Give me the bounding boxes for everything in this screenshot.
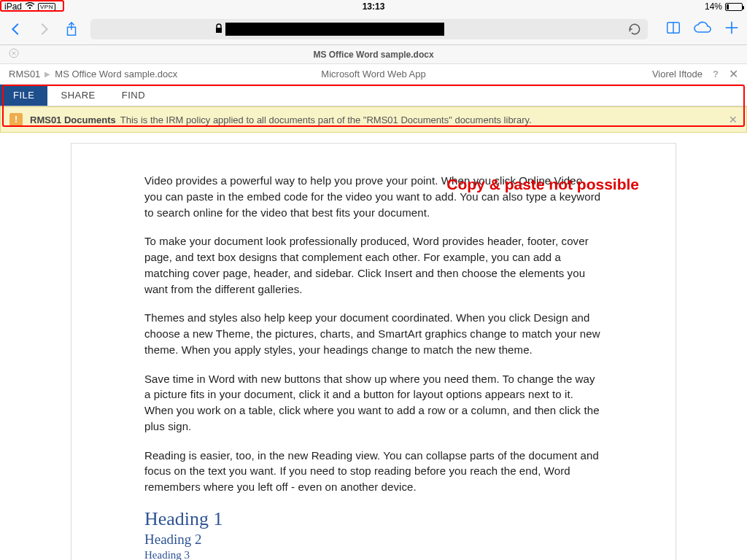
document-viewport[interactable]: Copy & paste not possible Video provides… — [0, 133, 747, 560]
svg-point-0 — [29, 7, 31, 9]
breadcrumb-file[interactable]: MS Office Word sample.docx — [55, 69, 177, 79]
tab-bar: MS Office Word sample.docx — [0, 45, 747, 64]
banner-close-button[interactable]: ✕ — [729, 114, 738, 125]
redacted-url — [225, 23, 444, 36]
back-button[interactable] — [7, 20, 25, 38]
device-label: iPad — [4, 1, 22, 12]
safari-toolbar — [0, 13, 747, 45]
paragraph: Save time in Word with new buttons that … — [144, 371, 603, 435]
battery-icon — [725, 3, 743, 11]
ribbon-banner-group: FILE SHARE FIND ! RMS01 Documents This i… — [0, 85, 747, 133]
app-name: Microsoft Word Web App — [321, 69, 425, 79]
tab-title: MS Office Word sample.docx — [313, 50, 433, 60]
paragraph: To make your document look professionall… — [144, 233, 603, 297]
ribbon-tab-share[interactable]: SHARE — [47, 85, 108, 106]
svg-rect-3 — [216, 28, 222, 33]
ribbon-tab-file[interactable]: FILE — [0, 85, 47, 106]
annotation-overlay: Copy & paste not possible — [446, 176, 639, 193]
banner-title: RMS01 Documents — [30, 114, 116, 125]
close-tab-icon[interactable] — [9, 48, 19, 61]
wifi-icon — [25, 1, 35, 12]
clock: 13:13 — [363, 1, 385, 12]
share-button[interactable] — [63, 20, 80, 38]
new-tab-button[interactable] — [724, 20, 740, 39]
chevron-right-icon: ▶ — [40, 70, 55, 78]
document-page: Copy & paste not possible Video provides… — [71, 143, 676, 560]
paragraph: Themes and styles also help keep your do… — [144, 310, 603, 357]
ios-status-bar: iPad VPN 13:13 14% — [0, 0, 747, 13]
heading-2: Heading 2 — [144, 532, 603, 548]
paragraph: Reading is easier, too, in the new Readi… — [144, 448, 603, 495]
ribbon-tab-find[interactable]: FIND — [109, 85, 158, 106]
breadcrumb-root[interactable]: RMS01 — [9, 69, 40, 79]
icloud-tabs-button[interactable] — [693, 20, 712, 38]
close-button[interactable]: ✕ — [729, 67, 738, 81]
battery-percent: 14% — [705, 1, 722, 12]
breadcrumb-row: RMS01 ▶ MS Office Word sample.docx Micro… — [0, 64, 747, 85]
banner-message: This is the IRM policy applied to all do… — [120, 114, 532, 125]
address-bar[interactable] — [90, 19, 648, 39]
irm-banner: ! RMS01 Documents This is the IRM policy… — [0, 106, 747, 133]
user-name: Viorel Iftode — [652, 69, 703, 79]
help-button[interactable]: ? — [713, 69, 719, 79]
reload-button[interactable] — [627, 22, 642, 39]
warning-icon: ! — [9, 113, 23, 126]
forward-button[interactable] — [35, 20, 53, 38]
vpn-badge: VPN — [38, 3, 55, 11]
lock-icon — [214, 23, 223, 36]
heading-3: Heading 3 — [144, 549, 603, 560]
ribbon: FILE SHARE FIND — [0, 85, 747, 106]
heading-1: Heading 1 — [144, 508, 603, 530]
bookmarks-button[interactable] — [665, 20, 681, 39]
